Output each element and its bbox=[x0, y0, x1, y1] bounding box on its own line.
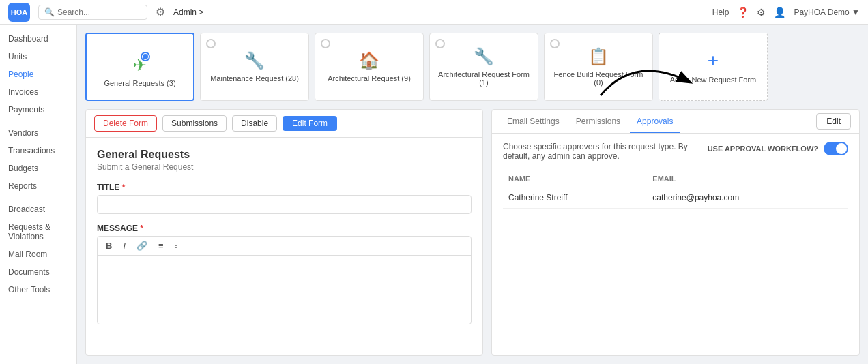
gear-icon[interactable]: ⚙ bbox=[156, 5, 165, 18]
fence-build-icon: 📋 bbox=[588, 47, 609, 66]
help-label[interactable]: Help bbox=[712, 7, 729, 17]
sidebar-item-requests-violations[interactable]: Requests & Violations bbox=[0, 218, 76, 245]
card-architectural-request[interactable]: 🏠 Architectural Request (9) bbox=[315, 33, 424, 101]
table-row: Catherine Streiff catherine@payhoa.com bbox=[503, 187, 848, 209]
admin-label: Admin > bbox=[173, 7, 203, 17]
architectural-request-label: Architectural Request (9) bbox=[328, 74, 411, 82]
italic-button[interactable]: I bbox=[120, 239, 128, 252]
layout: Dashboard Units People Invoices Payments… bbox=[0, 25, 868, 364]
approvals-header: Choose specific approvers for this reque… bbox=[503, 142, 848, 161]
sidebar: Dashboard Units People Invoices Payments… bbox=[0, 25, 77, 364]
admin-button[interactable]: Admin > bbox=[173, 7, 203, 17]
sidebar-item-dashboard[interactable]: Dashboard bbox=[0, 30, 76, 48]
tab-email-settings[interactable]: Email Settings bbox=[500, 110, 566, 133]
card-radio-maintenance bbox=[206, 39, 216, 48]
card-general-requests[interactable]: ✈ General Requests (3) bbox=[85, 33, 194, 101]
sidebar-item-units[interactable]: Units bbox=[0, 48, 76, 65]
card-add-new[interactable]: + Add a New Request Form bbox=[659, 33, 768, 101]
sidebar-item-mailroom[interactable]: Mail Room bbox=[0, 245, 76, 263]
right-edit-button[interactable]: Edit bbox=[816, 113, 851, 130]
cards-row: ✈ General Requests (3) 🔧 Maintenance Req… bbox=[77, 25, 868, 109]
fence-build-label: Fence Build Request Form (0) bbox=[553, 70, 644, 87]
form-title: General Requests bbox=[97, 149, 472, 161]
approval-workflow: USE APPROVAL WORKFLOW? bbox=[708, 142, 848, 155]
sidebar-item-other-tools[interactable]: Other Tools bbox=[0, 281, 76, 299]
help-icon: ❓ bbox=[737, 7, 749, 18]
sidebar-item-broadcast[interactable]: Broadcast bbox=[0, 200, 76, 218]
rich-text-editor: B I 🔗 ≡ ≔ bbox=[97, 236, 472, 324]
approver-email: catherine@payhoa.com bbox=[647, 187, 848, 209]
workflow-label: USE APPROVAL WORKFLOW? bbox=[708, 145, 818, 153]
approval-workflow-toggle[interactable] bbox=[824, 142, 848, 155]
payhoa-demo-label[interactable]: PayHOA Demo ▼ bbox=[794, 7, 860, 17]
bold-button[interactable]: B bbox=[103, 239, 115, 252]
card-architectural-form[interactable]: 🔧 Architectural Request Form (1) bbox=[429, 33, 538, 101]
settings-icon[interactable]: ⚙ bbox=[757, 7, 766, 18]
sidebar-item-people[interactable]: People bbox=[0, 65, 76, 83]
email-column-header: EMAIL bbox=[647, 170, 848, 187]
form-body: General Requests Submit a General Reques… bbox=[86, 138, 482, 355]
sidebar-item-invoices[interactable]: Invoices bbox=[0, 83, 76, 101]
rich-content-area[interactable] bbox=[98, 256, 471, 324]
form-subtitle: Submit a General Request bbox=[97, 162, 472, 172]
search-icon: 🔍 bbox=[44, 7, 55, 17]
ordered-list-button[interactable]: ≔ bbox=[172, 239, 186, 252]
architectural-request-icon: 🏠 bbox=[359, 51, 379, 70]
tab-permissions[interactable]: Permissions bbox=[569, 110, 627, 133]
link-button[interactable]: 🔗 bbox=[134, 239, 150, 252]
approver-name: Catherine Streiff bbox=[503, 187, 647, 209]
card-radio-arch-form bbox=[435, 39, 445, 48]
sidebar-item-vendors[interactable]: Vendors bbox=[0, 124, 76, 142]
sidebar-item-reports[interactable]: Reports bbox=[0, 177, 76, 195]
form-editor: Delete Form Submissions Disable Edit For… bbox=[85, 109, 483, 356]
add-new-label: Add a New Request Form bbox=[670, 76, 757, 84]
right-panel: Email Settings Permissions Approvals Edi… bbox=[491, 109, 860, 356]
right-tabs: Email Settings Permissions Approvals Edi… bbox=[492, 110, 859, 134]
tab-approvals[interactable]: Approvals bbox=[630, 110, 680, 133]
message-field-label: MESSAGE * bbox=[97, 224, 472, 233]
maintenance-request-label: Maintenance Request (28) bbox=[210, 74, 299, 82]
approvals-description: Choose specific approvers for this reque… bbox=[503, 142, 699, 161]
delete-form-button[interactable]: Delete Form bbox=[94, 115, 157, 132]
card-maintenance-request[interactable]: 🔧 Maintenance Request (28) bbox=[200, 33, 309, 101]
card-radio-architectural bbox=[321, 39, 330, 48]
unordered-list-button[interactable]: ≡ bbox=[156, 239, 167, 252]
maintenance-request-icon: 🔧 bbox=[244, 51, 265, 70]
logo-text: HOA bbox=[11, 8, 27, 16]
disable-button[interactable]: Disable bbox=[232, 115, 277, 132]
content-area: Delete Form Submissions Disable Edit For… bbox=[77, 109, 868, 364]
main-content: ✈ General Requests (3) 🔧 Maintenance Req… bbox=[77, 25, 868, 364]
card-radio-fence bbox=[550, 39, 560, 48]
approvers-table: NAME EMAIL Catherine Streiff catherine@p… bbox=[503, 170, 848, 209]
title-input[interactable] bbox=[97, 195, 472, 214]
sidebar-item-documents[interactable]: Documents bbox=[0, 263, 76, 281]
name-column-header: NAME bbox=[503, 170, 647, 187]
sidebar-item-transactions[interactable]: Transactions bbox=[0, 142, 76, 160]
title-field-label: TITLE * bbox=[97, 183, 472, 192]
right-content: Choose specific approvers for this reque… bbox=[492, 134, 859, 355]
search-input[interactable] bbox=[57, 7, 139, 17]
form-editor-toolbar: Delete Form Submissions Disable Edit For… bbox=[86, 110, 482, 138]
add-new-icon: + bbox=[708, 50, 719, 72]
logo[interactable]: HOA bbox=[8, 3, 30, 22]
card-fence-build[interactable]: 📋 Fence Build Request Form (0) bbox=[544, 33, 653, 101]
top-nav: HOA 🔍 ⚙ Admin > Help ❓ ⚙ 👤 PayHOA Demo ▼ bbox=[0, 0, 868, 25]
sidebar-item-payments[interactable]: Payments bbox=[0, 101, 76, 119]
submissions-button[interactable]: Submissions bbox=[162, 115, 227, 132]
architectural-form-label: Architectural Request Form (1) bbox=[438, 70, 530, 87]
nav-right: Help ❓ ⚙ 👤 PayHOA Demo ▼ bbox=[712, 7, 860, 18]
card-radio-general bbox=[141, 52, 150, 61]
user-icon[interactable]: 👤 bbox=[774, 7, 785, 18]
architectural-form-icon: 🔧 bbox=[474, 47, 494, 66]
edit-form-button[interactable]: Edit Form bbox=[283, 116, 337, 131]
search-box[interactable]: 🔍 bbox=[38, 5, 147, 20]
sidebar-item-budgets[interactable]: Budgets bbox=[0, 160, 76, 177]
general-requests-label: General Requests (3) bbox=[104, 79, 175, 87]
rich-toolbar: B I 🔗 ≡ ≔ bbox=[98, 237, 471, 256]
